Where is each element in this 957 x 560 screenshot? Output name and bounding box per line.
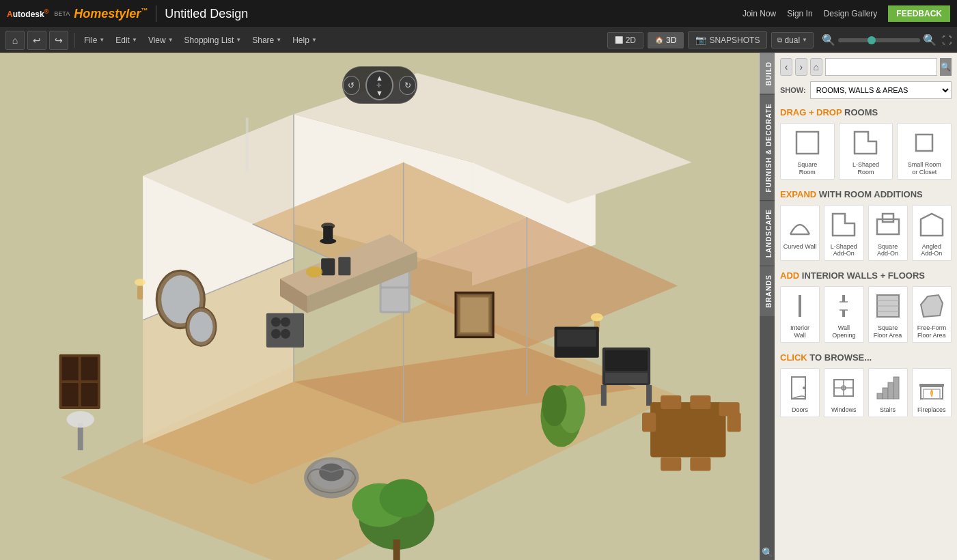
join-now-link[interactable]: Join Now xyxy=(743,9,776,18)
curved-wall-icon xyxy=(783,208,816,241)
svg-rect-87 xyxy=(799,295,801,317)
side-content: ‹ › ⌂ 🔍 SHOW: ROOMS, WALLS & AREAS ALL R… xyxy=(775,53,957,560)
angled-addon-item[interactable]: AngledAdd-On xyxy=(912,205,952,262)
l-shaped-room-icon xyxy=(849,126,882,159)
build-tab[interactable]: BUILD xyxy=(760,53,775,94)
svg-rect-59 xyxy=(661,457,681,471)
walls-grid: InteriorWall WallOpening xyxy=(780,286,952,343)
help-menu-btn[interactable]: Help ▼ xyxy=(288,33,321,48)
angled-addon-icon xyxy=(915,208,948,241)
fireplaces-item[interactable]: Fireplaces xyxy=(912,368,952,417)
redo-btn[interactable]: ↪ xyxy=(49,31,68,50)
brands-tab[interactable]: BRANDS xyxy=(760,266,775,316)
browse-grid: Doors Windows xyxy=(780,368,952,417)
sign-in-link[interactable]: Sign In xyxy=(787,9,812,18)
freeform-floor-item[interactable]: Free-FormFloor Area xyxy=(912,286,952,343)
square-room-item[interactable]: SquareRoom xyxy=(780,123,835,180)
share-menu-btn[interactable]: Share ▼ xyxy=(248,33,286,48)
3d-view-btn[interactable]: 🏠 3D xyxy=(648,32,684,48)
svg-rect-78 xyxy=(246,117,249,172)
logo-homestyler: Homestyler™ xyxy=(74,7,148,21)
curved-wall-item[interactable]: Curved Wall xyxy=(780,205,820,262)
zoom-out-btn[interactable]: 🔍 xyxy=(822,33,835,46)
square-room-icon xyxy=(791,126,824,159)
layers-icon: ⧉ xyxy=(777,36,782,44)
rotate-left-btn[interactable]: ↺ xyxy=(343,76,361,95)
edit-menu-btn[interactable]: Edit ▼ xyxy=(111,33,141,48)
expand-title: EXPAND WITH ROOM ADDITIONS xyxy=(780,189,952,199)
svg-rect-60 xyxy=(690,457,710,471)
svg-rect-52 xyxy=(605,350,648,371)
home-toolbar-btn[interactable]: ⌂ xyxy=(5,31,25,50)
compass-up-arrow: ▲ xyxy=(376,74,383,82)
interior-wall-item[interactable]: InteriorWall xyxy=(780,286,820,343)
svg-marker-80 xyxy=(855,132,876,154)
landscape-tab[interactable]: LANDSCAPE xyxy=(760,200,775,266)
show-select[interactable]: ROOMS, WALLS & AREAS ALL ROOMS FLOOR PLA… xyxy=(810,81,952,99)
search-input[interactable] xyxy=(825,58,937,76)
logo-area: Autodesk® BETA Homestyler™ xyxy=(7,7,148,21)
doors-label: Doors xyxy=(792,406,808,414)
interior-wall-icon xyxy=(783,290,816,322)
fireplaces-icon xyxy=(915,372,948,404)
compass-down-arrow: ▼ xyxy=(376,89,383,97)
square-addon-item[interactable]: SquareAdd-On xyxy=(868,205,908,262)
svg-rect-61 xyxy=(642,412,656,432)
feedback-button[interactable]: FEEDBACK xyxy=(888,5,950,22)
windows-item[interactable]: Windows xyxy=(824,368,863,417)
search-button[interactable]: 🔍 xyxy=(940,58,952,76)
svg-rect-103 xyxy=(877,393,883,399)
stairs-item[interactable]: Stairs xyxy=(868,368,908,417)
svg-rect-25 xyxy=(62,357,79,380)
back-btn[interactable]: ‹ xyxy=(780,58,792,76)
wall-opening-item[interactable]: WallOpening xyxy=(824,286,863,343)
svg-rect-88 xyxy=(842,295,845,302)
camera-icon: 📷 xyxy=(695,35,706,45)
top-bar: Autodesk® BETA Homestyler™ Untitled Desi… xyxy=(0,0,957,28)
view-menu-btn[interactable]: View ▼ xyxy=(144,33,178,48)
side-nav: ‹ › ⌂ 🔍 xyxy=(780,58,952,76)
small-room-item[interactable]: Small Roomor Closet xyxy=(897,123,952,180)
2d-view-btn[interactable]: ⬜ 2D xyxy=(607,32,643,48)
side-home-btn[interactable]: ⌂ xyxy=(810,58,822,76)
toolbar: ⌂ ↩ ↪ File ▼ Edit ▼ View ▼ Shopping List… xyxy=(0,28,957,53)
title-separator xyxy=(156,5,156,22)
l-shaped-addon-icon xyxy=(827,208,860,241)
side-panel: BUILD FURNISH & DECORATE LANDSCAPE BRAND… xyxy=(759,53,957,560)
file-menu-btn[interactable]: File ▼ xyxy=(80,33,109,48)
l-shaped-addon-item[interactable]: L-ShapedAdd-On xyxy=(824,205,863,262)
svg-point-21 xyxy=(189,312,212,342)
dual-btn[interactable]: ⧉ dual ▼ xyxy=(771,32,814,48)
rotate-right-btn[interactable]: ↻ xyxy=(399,76,417,95)
svg-marker-83 xyxy=(833,214,855,236)
design-gallery-link[interactable]: Design Gallery xyxy=(824,9,878,18)
svg-rect-28 xyxy=(81,383,98,406)
furnish-tab[interactable]: FURNISH & DECORATE xyxy=(760,94,775,201)
l-shaped-room-item[interactable]: L-ShapedRoom xyxy=(839,123,893,180)
undo-btn[interactable]: ↩ xyxy=(27,31,46,50)
shopping-list-menu-btn[interactable]: Shopping List ▼ xyxy=(180,33,246,48)
zoom-in-btn[interactable]: 🔍 xyxy=(923,33,937,46)
magnifier-tab[interactable]: 🔍 xyxy=(760,545,775,560)
snapshots-btn[interactable]: 📷 SNAPSHOTS xyxy=(688,31,767,48)
canvas-area[interactable]: ↺ ▲ ✛ ▼ ↻ xyxy=(0,53,759,560)
zoom-slider[interactable] xyxy=(838,38,920,42)
show-label: SHOW: xyxy=(780,86,806,94)
doors-item[interactable]: Doors xyxy=(780,368,820,417)
freeform-floor-label: Free-FormFloor Area xyxy=(917,324,947,339)
svg-point-65 xyxy=(591,313,603,322)
square-addon-label: SquareAdd-On xyxy=(877,243,898,258)
fullscreen-btn[interactable]: ⛶ xyxy=(942,35,952,46)
square-room-label: SquareRoom xyxy=(797,161,817,176)
svg-point-38 xyxy=(281,329,290,339)
svg-rect-55 xyxy=(646,385,652,406)
add-walls-title: ADD INTERIOR WALLS + FLOORS xyxy=(780,270,952,281)
svg-rect-54 xyxy=(601,385,607,406)
forward-btn[interactable]: › xyxy=(795,58,807,76)
small-room-label: Small Roomor Closet xyxy=(908,161,941,176)
square-floor-item[interactable]: SquareFloor Area xyxy=(868,286,908,343)
side-tabs: BUILD FURNISH & DECORATE LANDSCAPE BRAND… xyxy=(760,53,775,560)
svg-point-77 xyxy=(320,238,336,244)
zoom-area: 🔍 🔍 ⛶ xyxy=(822,33,952,46)
freeform-floor-icon xyxy=(915,290,948,322)
